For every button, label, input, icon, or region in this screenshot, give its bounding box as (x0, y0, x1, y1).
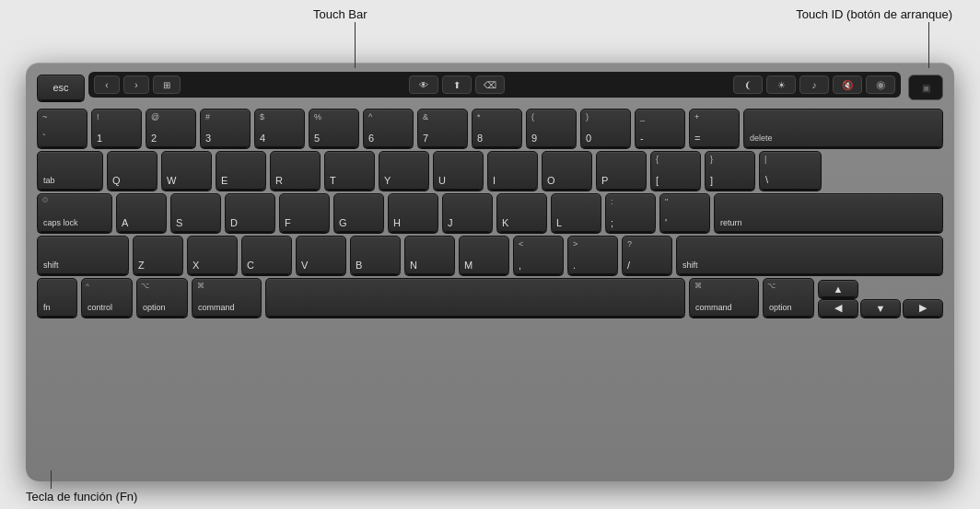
shift-left-key[interactable]: shift (37, 236, 129, 274)
arrow-bottom-row: ◀ ▼ ▶ (818, 299, 943, 317)
key-d[interactable]: D (225, 193, 275, 232)
key-j[interactable]: J (442, 193, 493, 232)
key-comma[interactable]: <, (513, 236, 564, 274)
fn-key[interactable]: fn (37, 278, 77, 317)
tb-brightness-down-btn[interactable]: ❨ (733, 75, 763, 94)
return-key[interactable]: return (714, 193, 943, 232)
arrow-down-key[interactable]: ▼ (860, 299, 901, 317)
esc-label: esc (52, 82, 68, 93)
key-w[interactable]: W (161, 151, 212, 190)
key-period[interactable]: >. (567, 236, 618, 274)
key-5[interactable]: %5 (309, 109, 359, 147)
tab-key[interactable]: tab (37, 151, 103, 190)
esc-key[interactable]: esc (37, 75, 85, 100)
key-v[interactable]: V (296, 236, 346, 274)
key-backslash[interactable]: |\ (759, 151, 822, 190)
touch-id-icon: ▣ (922, 83, 930, 93)
key-i[interactable]: I (487, 151, 538, 190)
touch-bar[interactable]: ‹ › ⊞ 👁 ⬆ ⌫ ❨ ☀ ♪ 🔇 ◉ (88, 72, 901, 98)
key-c[interactable]: C (241, 236, 292, 274)
qwerty-row: tab Q W E R T Y U I O P {[ }] |\ (37, 151, 943, 190)
arrow-top-row: ▲ (818, 280, 943, 297)
key-quote[interactable]: "' (659, 193, 710, 232)
key-o[interactable]: O (542, 151, 592, 190)
key-rows: ~` !1 @2 #3 $4 %5 ^6 &7 *8 (9 )0 _- += d… (37, 109, 943, 317)
tb-back2-btn[interactable]: ⌫ (475, 75, 505, 94)
tb-eye-btn[interactable]: 👁 (409, 75, 438, 94)
command-left-key[interactable]: ⌘ command (192, 278, 262, 317)
tb-brightness-btn[interactable]: ☀ (766, 75, 796, 94)
option-left-key[interactable]: ⌥ option (136, 278, 188, 317)
key-s[interactable]: S (170, 193, 221, 232)
key-8[interactable]: *8 (472, 109, 522, 147)
space-key[interactable] (265, 278, 685, 317)
arrow-left-key[interactable]: ◀ (818, 299, 858, 317)
key-h[interactable]: H (388, 193, 438, 232)
key-a[interactable]: A (116, 193, 167, 232)
key-1[interactable]: !1 (91, 109, 142, 147)
key-u[interactable]: U (433, 151, 484, 190)
key-equals[interactable]: += (689, 109, 740, 147)
key-7[interactable]: &7 (417, 109, 468, 147)
key-p[interactable]: P (596, 151, 647, 190)
tb-share-btn[interactable]: ⬆ (442, 75, 472, 94)
arrow-cluster: ▲ ◀ ▼ ▶ (818, 280, 943, 317)
touchbar-label: Touch Bar (313, 7, 368, 21)
key-6[interactable]: ^6 (363, 109, 414, 147)
arrow-right-key[interactable]: ▶ (903, 299, 943, 317)
key-t[interactable]: T (324, 151, 375, 190)
tb-back-btn[interactable]: ‹ (94, 75, 120, 94)
tb-forward-btn[interactable]: › (123, 75, 149, 94)
key-l[interactable]: L (551, 193, 601, 232)
option-right-key[interactable]: ⌥ option (763, 278, 814, 317)
key-y[interactable]: Y (379, 151, 429, 190)
key-2[interactable]: @2 (146, 109, 196, 147)
key-x[interactable]: X (187, 236, 238, 274)
key-4[interactable]: $4 (254, 109, 305, 147)
control-key[interactable]: ^ control (81, 278, 133, 317)
capslock-key[interactable]: caps lock (37, 193, 112, 232)
zxcv-row: shift Z X C V B N M <, >. ?/ shift (37, 236, 943, 274)
key-g[interactable]: G (333, 193, 384, 232)
key-lbracket[interactable]: {[ (650, 151, 701, 190)
capslock-indicator (42, 197, 48, 202)
key-f[interactable]: F (279, 193, 330, 232)
delete-key[interactable]: delete (743, 109, 943, 147)
key-b[interactable]: B (350, 236, 401, 274)
key-backtick[interactable]: ~` (37, 109, 88, 147)
key-q[interactable]: Q (107, 151, 158, 190)
key-3[interactable]: #3 (200, 109, 251, 147)
shift-right-key[interactable]: shift (676, 236, 943, 274)
key-m[interactable]: M (459, 236, 509, 274)
key-minus[interactable]: _- (635, 109, 685, 147)
tb-volume-btn[interactable]: ♪ (799, 75, 829, 94)
bottom-row: fn ^ control ⌥ option ⌘ command ⌘ comman… (37, 278, 943, 317)
touchid-label: Touch ID (botón de arranque) (796, 7, 952, 21)
key-0[interactable]: )0 (580, 109, 631, 147)
tb-mute-btn[interactable]: 🔇 (833, 75, 862, 94)
touch-id-button[interactable]: ▣ (908, 75, 943, 100)
key-9[interactable]: (9 (526, 109, 577, 147)
key-k[interactable]: K (496, 193, 547, 232)
key-slash[interactable]: ?/ (622, 236, 672, 274)
tb-siri-btn[interactable]: ◉ (866, 75, 895, 94)
asdf-row: caps lock A S D F G H J K L :; "' return (37, 193, 943, 232)
keyboard: esc ‹ › ⊞ 👁 ⬆ ⌫ ❨ ☀ ♪ 🔇 ◉ ▣ (26, 63, 954, 481)
key-e[interactable]: E (216, 151, 266, 190)
arrow-up-key[interactable]: ▲ (818, 280, 858, 297)
tb-grid-btn[interactable]: ⊞ (153, 75, 181, 94)
key-n[interactable]: N (404, 236, 455, 274)
fn-label: Tecla de función (Fn) (26, 490, 137, 503)
number-row: ~` !1 @2 #3 $4 %5 ^6 &7 *8 (9 )0 _- += d… (37, 109, 943, 147)
command-right-key[interactable]: ⌘ command (689, 278, 759, 317)
key-rbracket[interactable]: }] (705, 151, 755, 190)
key-r[interactable]: R (270, 151, 321, 190)
key-z[interactable]: Z (133, 236, 183, 274)
key-semicolon[interactable]: :; (605, 193, 656, 232)
